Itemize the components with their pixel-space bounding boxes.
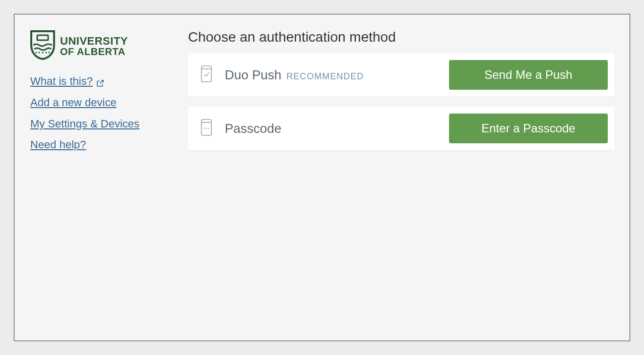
method-push-label: Duo Push RECOMMENDED — [225, 67, 449, 83]
duo-auth-frame: UNIVERSITY OF ALBERTA What is this? Add … — [14, 14, 630, 341]
svg-rect-0 — [37, 35, 48, 40]
method-push-tag: RECOMMENDED — [286, 71, 364, 82]
enter-passcode-button[interactable]: Enter a Passcode — [449, 114, 608, 143]
logo-line1: UNIVERSITY — [60, 35, 128, 47]
link-need-help[interactable]: Need help? — [30, 137, 86, 153]
svg-point-4 — [45, 52, 47, 53]
svg-point-5 — [48, 52, 50, 53]
link-what-is-this-label: What is this? — [30, 74, 93, 89]
link-what-is-this[interactable]: What is this? — [30, 74, 105, 89]
method-card-push: Duo Push RECOMMENDED Send Me a Push — [188, 53, 615, 97]
method-push-name: Duo Push — [225, 67, 281, 83]
external-link-icon — [96, 77, 105, 86]
link-add-device[interactable]: Add a new device — [30, 95, 117, 111]
method-card-passcode: Passcode Enter a Passcode — [188, 107, 615, 150]
svg-point-10 — [204, 128, 205, 129]
svg-point-2 — [38, 52, 40, 53]
svg-point-12 — [208, 128, 209, 129]
method-passcode-label: Passcode — [225, 121, 449, 136]
link-settings-devices[interactable]: My Settings & Devices — [30, 117, 139, 132]
logo-line2: OF ALBERTA — [60, 47, 128, 57]
logo-text: UNIVERSITY OF ALBERTA — [60, 35, 128, 57]
svg-point-1 — [35, 52, 37, 53]
sidebar: UNIVERSITY OF ALBERTA What is this? Add … — [14, 14, 188, 341]
svg-rect-6 — [201, 66, 211, 82]
svg-rect-8 — [201, 119, 211, 135]
sidebar-links: What is this? Add a new device My Settin… — [30, 74, 172, 159]
phone-check-icon — [200, 65, 214, 85]
send-push-button[interactable]: Send Me a Push — [449, 60, 608, 90]
svg-point-11 — [206, 128, 207, 129]
method-passcode-name: Passcode — [225, 121, 281, 136]
auth-heading: Choose an authentication method — [188, 29, 615, 45]
university-logo: UNIVERSITY OF ALBERTA — [30, 30, 172, 62]
shield-icon — [30, 30, 55, 62]
phone-passcode-icon — [200, 118, 214, 138]
svg-point-3 — [42, 52, 43, 53]
main-panel: Choose an authentication method Duo Push… — [188, 14, 630, 341]
